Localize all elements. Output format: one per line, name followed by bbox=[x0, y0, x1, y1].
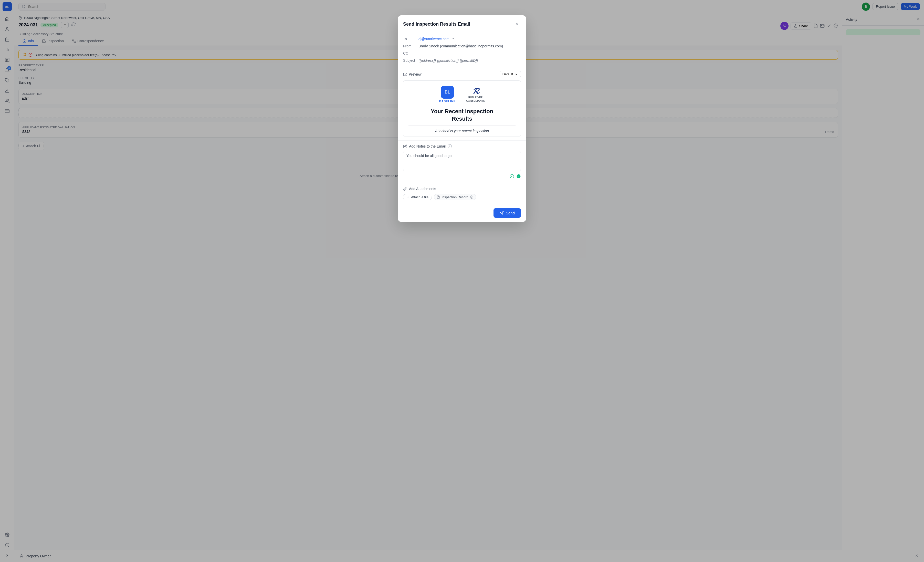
baseline-logo: BL BASELINE bbox=[439, 86, 456, 103]
notes-label: Add Notes to the Email bbox=[409, 144, 446, 148]
attach-file-chip-label: Attach a file bbox=[411, 195, 429, 199]
baseline-logo-icon: BL bbox=[441, 86, 454, 99]
to-value[interactable]: aj@rumrivercc.com bbox=[418, 37, 450, 41]
svg-text:G: G bbox=[518, 175, 519, 177]
baseline-logo-text: BASELINE bbox=[439, 100, 456, 103]
pencil-icon bbox=[403, 144, 407, 148]
modal-title: Send Inspection Results Email bbox=[403, 21, 470, 27]
rum-river-logo: 𝓡 RUM RIVERCONSULTANTS bbox=[466, 86, 485, 102]
attachments-label: Add Attachments bbox=[409, 187, 436, 191]
send-icon bbox=[500, 211, 504, 215]
notes-footer: G bbox=[403, 174, 521, 179]
preview-text: Preview bbox=[409, 72, 422, 76]
modal-overlay[interactable]: Send Inspection Results Email To aj@rumr… bbox=[0, 0, 924, 562]
subject-row: Subject {{address}} {{jurisdiction}} {{p… bbox=[403, 57, 521, 64]
from-value: Brady Snook (communication@baselinepermi… bbox=[418, 44, 503, 48]
subject-label: Subject bbox=[403, 59, 416, 63]
grammarly-btn[interactable]: G bbox=[516, 174, 521, 179]
notes-header: Add Notes to the Email i bbox=[403, 144, 521, 148]
modal-close-button[interactable] bbox=[514, 21, 521, 28]
modal-header-actions bbox=[504, 21, 521, 28]
to-row: To aj@rumrivercc.com bbox=[403, 35, 521, 42]
preview-header: Preview Default bbox=[403, 71, 521, 77]
preview-label: Preview bbox=[403, 72, 422, 76]
email-fields: To aj@rumrivercc.com From Brady Snook (c… bbox=[398, 32, 526, 68]
modal-header: Send Inspection Results Email bbox=[398, 15, 526, 32]
attachments-section: Add Attachments Attach a file Inspection… bbox=[398, 183, 526, 204]
from-label: From bbox=[403, 44, 416, 48]
notes-textarea[interactable]: You should be all good to go! bbox=[403, 151, 521, 171]
file-icon bbox=[436, 195, 440, 199]
rum-river-r-logo: 𝓡 bbox=[472, 86, 478, 96]
to-dropdown-button[interactable] bbox=[452, 37, 455, 41]
inspection-record-chip: Inspection Record bbox=[434, 194, 476, 200]
email-preview-content: BL BASELINE 𝓡 RUM RIVERCONSULTANTS Your … bbox=[404, 81, 520, 137]
preview-logos: BL BASELINE 𝓡 RUM RIVERCONSULTANTS bbox=[408, 86, 516, 103]
chevron-down-icon bbox=[514, 72, 518, 76]
template-select[interactable]: Default bbox=[500, 71, 521, 77]
notes-section: Add Notes to the Email i You should be a… bbox=[398, 141, 526, 183]
mail-preview-icon bbox=[403, 72, 407, 76]
to-label: To bbox=[403, 37, 416, 41]
email-preview-box: BL BASELINE 𝓡 RUM RIVERCONSULTANTS Your … bbox=[403, 80, 521, 137]
attachments-list: Attach a file Inspection Record bbox=[403, 194, 521, 200]
send-label: Send bbox=[506, 211, 515, 215]
inspection-record-label: Inspection Record bbox=[441, 195, 468, 199]
email-heading: Your Recent Inspection Results bbox=[408, 108, 516, 122]
from-row: From Brady Snook (communication@baseline… bbox=[403, 42, 521, 50]
paperclip-icon bbox=[403, 187, 407, 191]
grammar-check-btn[interactable] bbox=[510, 174, 514, 179]
notes-info-icon[interactable]: i bbox=[448, 144, 452, 148]
email-preview-body: Attached is your recent inspection bbox=[408, 129, 516, 133]
send-button[interactable]: Send bbox=[494, 208, 521, 218]
subject-value: {{address}} {{jurisdiction}} {{permitID}… bbox=[418, 59, 478, 63]
attachments-header: Add Attachments bbox=[403, 187, 521, 191]
template-value: Default bbox=[502, 72, 513, 76]
preview-section: Preview Default BL BASELINE bbox=[398, 68, 526, 141]
modal-minimize-button[interactable] bbox=[504, 21, 512, 28]
rum-river-text: RUM RIVERCONSULTANTS bbox=[466, 96, 485, 102]
remove-attachment-button[interactable] bbox=[470, 195, 473, 199]
cc-label: CC bbox=[403, 51, 416, 55]
attach-file-chip[interactable]: Attach a file bbox=[403, 194, 432, 200]
cc-row: CC bbox=[403, 50, 521, 57]
plus-icon bbox=[406, 195, 410, 199]
send-section: Send bbox=[398, 204, 526, 222]
send-inspection-modal: Send Inspection Results Email To aj@rumr… bbox=[398, 15, 526, 222]
